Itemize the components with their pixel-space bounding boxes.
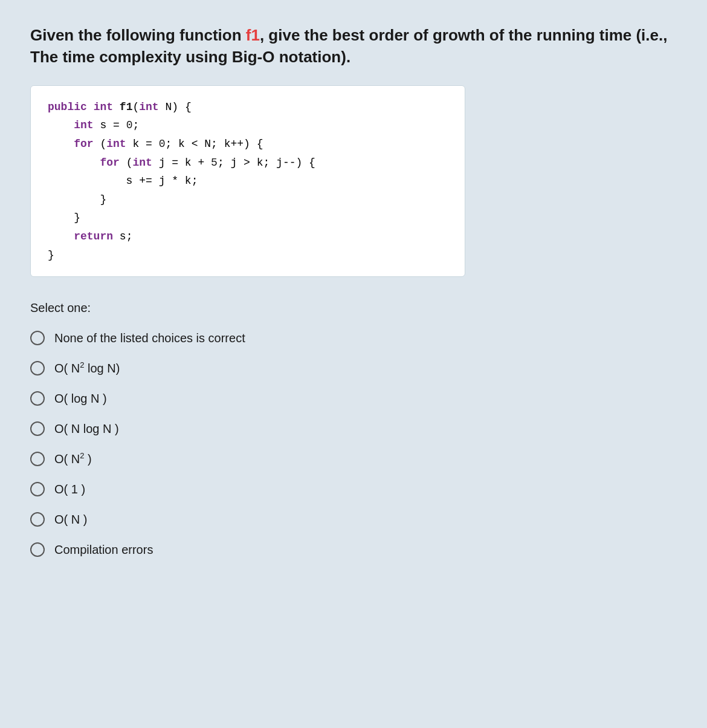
option-item-4[interactable]: O( N log N ) [30,420,677,437]
option-item-2[interactable]: O( N2 log N) [30,360,677,377]
select-one-label: Select one: [30,301,677,315]
highlight-f1: f1 [246,26,260,44]
option-label-7: O( N ) [54,511,87,528]
option-label-2: O( N2 log N) [54,360,120,377]
question-container: Given the following function f1, give th… [30,24,677,558]
option-item-6[interactable]: O( 1 ) [30,481,677,498]
option-label-6: O( 1 ) [54,481,85,498]
radio-5[interactable] [30,452,45,466]
radio-2[interactable] [30,361,45,375]
radio-8[interactable] [30,542,45,557]
radio-4[interactable] [30,421,45,436]
radio-7[interactable] [30,512,45,527]
option-label-3: O( log N ) [54,390,107,407]
options-list: None of the listed choices is correct O(… [30,330,677,558]
option-item-8[interactable]: Compilation errors [30,541,677,558]
question-text-part1: Given the following function [30,26,246,44]
option-item-7[interactable]: O( N ) [30,511,677,528]
question-text: Given the following function f1, give th… [30,24,677,68]
radio-6[interactable] [30,482,45,496]
option-label-4: O( N log N ) [54,420,119,437]
option-label-5: O( N2 ) [54,450,92,467]
option-item-3[interactable]: O( log N ) [30,390,677,407]
code-block: public int f1(int N) { int s = 0; for (i… [30,85,465,277]
radio-1[interactable] [30,331,45,345]
option-label-8: Compilation errors [54,541,153,558]
option-item-5[interactable]: O( N2 ) [30,450,677,467]
option-item-1[interactable]: None of the listed choices is correct [30,330,677,346]
option-label-1: None of the listed choices is correct [54,330,245,346]
radio-3[interactable] [30,391,45,406]
